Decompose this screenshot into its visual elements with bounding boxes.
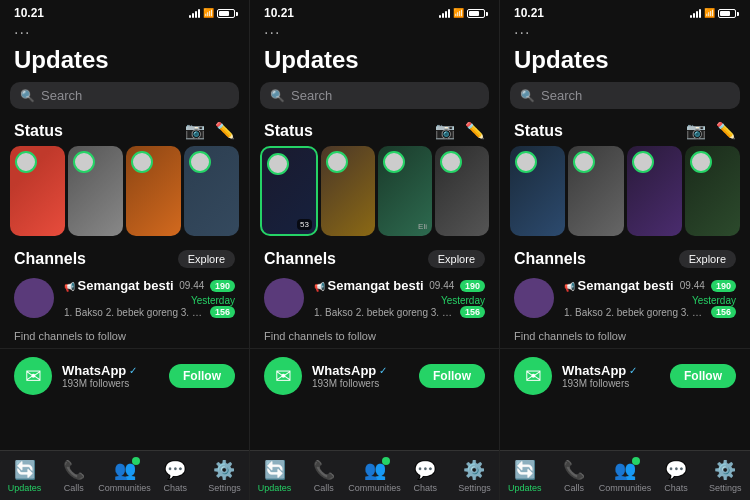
nav-communities-label-1: Communities bbox=[98, 483, 151, 493]
channel-item-3[interactable]: 📢 Semangat besti 09.44 190 Yesterday 1. … bbox=[500, 272, 750, 324]
search-bar-1[interactable]: 🔍 Search bbox=[10, 82, 239, 109]
pencil-icon-2[interactable]: ✏️ bbox=[465, 121, 485, 140]
channel-type-icon-2: 📢 bbox=[314, 282, 328, 292]
thumb-3-3[interactable] bbox=[627, 146, 682, 236]
name-eli: Eli bbox=[418, 222, 427, 231]
nav-communities-3[interactable]: 👥 Communities bbox=[599, 455, 652, 497]
nav-settings-1[interactable]: ⚙️ Settings bbox=[200, 455, 249, 497]
wa-followers-1: 193M followers bbox=[62, 378, 159, 389]
time-1: 10.21 bbox=[14, 6, 44, 20]
explore-btn-1[interactable]: Explore bbox=[178, 250, 235, 268]
thumb-1-3[interactable] bbox=[126, 146, 181, 236]
channel-content-1: 📢 Semangat besti 09.44 190 Yesterday 1. … bbox=[64, 278, 235, 318]
thumb-3-4[interactable] bbox=[685, 146, 740, 236]
thumb-2-1[interactable]: 53 bbox=[260, 146, 318, 236]
nav-communities-2[interactable]: 👥 Communities bbox=[348, 455, 401, 497]
menu-dots-3[interactable]: ··· bbox=[500, 22, 750, 44]
camera-icon-1[interactable]: 📷 bbox=[185, 121, 205, 140]
thumb-2-3[interactable]: Eli bbox=[378, 146, 432, 236]
channel-preview-row-1: Yesterday bbox=[64, 295, 235, 306]
wa-channel-3[interactable]: ✉ WhatsApp ✓ 193M followers Follow bbox=[500, 348, 750, 403]
channel-name-row-3: 📢 Semangat besti 09.44 190 bbox=[564, 278, 736, 293]
nav-calls-1[interactable]: 📞 Calls bbox=[49, 455, 98, 497]
status-icons-btn-1[interactable]: 📷 ✏️ bbox=[185, 121, 235, 140]
status-bar-2: 10.21 📶 bbox=[250, 0, 499, 22]
nav-updates-label-3: Updates bbox=[508, 483, 542, 493]
channels-section-2: Channels Explore 📢 Semangat besti 09.44 … bbox=[250, 236, 499, 403]
camera-icon-2[interactable]: 📷 bbox=[435, 121, 455, 140]
menu-dots-1[interactable]: ··· bbox=[0, 22, 249, 44]
nav-updates-icon-3: 🔄 bbox=[514, 459, 536, 481]
thumb-3-1[interactable] bbox=[510, 146, 565, 236]
wa-logo-1: ✉ bbox=[14, 357, 52, 395]
channel-item-2[interactable]: 📢 Semangat besti 09.44 190 Yesterday 1. … bbox=[250, 272, 499, 324]
follow-btn-3[interactable]: Follow bbox=[670, 364, 736, 388]
nav-updates-icon-1: 🔄 bbox=[14, 459, 36, 481]
thumb-1-2[interactable] bbox=[68, 146, 123, 236]
nav-settings-2[interactable]: ⚙️ Settings bbox=[450, 455, 499, 497]
nav-chats-1[interactable]: 💬 Chats bbox=[151, 455, 200, 497]
find-channels-3: Find channels to follow bbox=[500, 324, 750, 348]
channels-header-3: Channels Explore bbox=[500, 246, 750, 272]
find-channels-1: Find channels to follow bbox=[0, 324, 249, 348]
wa-channel-2[interactable]: ✉ WhatsApp ✓ 193M followers Follow bbox=[250, 348, 499, 403]
nav-calls-3[interactable]: 📞 Calls bbox=[549, 455, 598, 497]
explore-btn-2[interactable]: Explore bbox=[428, 250, 485, 268]
battery-2 bbox=[467, 9, 485, 18]
menu-dots-2[interactable]: ··· bbox=[250, 22, 499, 44]
channels-section-1: Channels Explore 📢 Semangat besti 09.44 … bbox=[0, 236, 249, 403]
nav-calls-icon-2: 📞 bbox=[313, 459, 335, 481]
nav-chats-label-3: Chats bbox=[664, 483, 688, 493]
thumb-3-2[interactable] bbox=[568, 146, 623, 236]
preview-msg-1: 1. Bakso 2. bebek goreng 3. penyetan Ast… bbox=[64, 307, 206, 318]
search-bar-3[interactable]: 🔍 Search bbox=[510, 82, 740, 109]
explore-btn-3[interactable]: Explore bbox=[679, 250, 736, 268]
nav-settings-label-2: Settings bbox=[458, 483, 491, 493]
find-channels-2: Find channels to follow bbox=[250, 324, 499, 348]
search-icon-2: 🔍 bbox=[270, 89, 285, 103]
thumb-1-4[interactable] bbox=[184, 146, 239, 236]
camera-icon-3[interactable]: 📷 bbox=[686, 121, 706, 140]
nav-chats-2[interactable]: 💬 Chats bbox=[401, 455, 450, 497]
thumb-2-4[interactable] bbox=[435, 146, 489, 236]
search-bar-2[interactable]: 🔍 Search bbox=[260, 82, 489, 109]
status-icons-btn-3[interactable]: 📷 ✏️ bbox=[686, 121, 736, 140]
follow-btn-2[interactable]: Follow bbox=[419, 364, 485, 388]
nav-calls-2[interactable]: 📞 Calls bbox=[299, 455, 348, 497]
nav-updates-3[interactable]: 🔄 Updates bbox=[500, 455, 549, 497]
pencil-icon-3[interactable]: ✏️ bbox=[716, 121, 736, 140]
nav-updates-1[interactable]: 🔄 Updates bbox=[0, 455, 49, 497]
nav-updates-label-1: Updates bbox=[8, 483, 42, 493]
status-bar-3: 10.21 📶 bbox=[500, 0, 750, 22]
page-title-2: Updates bbox=[250, 44, 499, 80]
wa-followers-3: 193M followers bbox=[562, 378, 660, 389]
thumb-2-2[interactable] bbox=[321, 146, 375, 236]
search-icon-1: 🔍 bbox=[20, 89, 35, 103]
wifi-icon-3: 📶 bbox=[704, 8, 715, 18]
nav-chats-label-1: Chats bbox=[164, 483, 188, 493]
channels-title-1: Channels bbox=[14, 250, 86, 268]
status-icons-btn-2[interactable]: 📷 ✏️ bbox=[435, 121, 485, 140]
time-3: 10.21 bbox=[514, 6, 544, 20]
wa-channel-1[interactable]: ✉ WhatsApp ✓ 193M followers Follow bbox=[0, 348, 249, 403]
wa-verified-1: ✓ bbox=[129, 365, 137, 376]
badge-dot-3 bbox=[632, 457, 640, 465]
page-title-1: Updates bbox=[0, 44, 249, 80]
nav-chats-3[interactable]: 💬 Chats bbox=[651, 455, 700, 497]
nav-settings-3[interactable]: ⚙️ Settings bbox=[701, 455, 750, 497]
pencil-icon-1[interactable]: ✏️ bbox=[215, 121, 235, 140]
avatar-2-3 bbox=[383, 151, 405, 173]
follow-btn-1[interactable]: Follow bbox=[169, 364, 235, 388]
wa-verified-3: ✓ bbox=[629, 365, 637, 376]
nav-chats-icon-1: 💬 bbox=[164, 459, 186, 481]
channel-item-1[interactable]: 📢 Semangat besti 09.44 190 Yesterday 1. … bbox=[0, 272, 249, 324]
nav-settings-icon-2: ⚙️ bbox=[463, 459, 485, 481]
thumb-1-1[interactable] bbox=[10, 146, 65, 236]
wifi-icon: 📶 bbox=[203, 8, 214, 18]
avatar-2-4 bbox=[440, 151, 462, 173]
nav-updates-2[interactable]: 🔄 Updates bbox=[250, 455, 299, 497]
phone-panel-3: 10.21 📶 ··· Updates 🔍 Search Status 📷 ✏️ bbox=[500, 0, 750, 500]
nav-updates-label-2: Updates bbox=[258, 483, 292, 493]
nav-communities-1[interactable]: 👥 Communities bbox=[98, 455, 151, 497]
bottom-nav-2: 🔄 Updates 📞 Calls 👥 Communities 💬 Chats … bbox=[250, 450, 499, 500]
